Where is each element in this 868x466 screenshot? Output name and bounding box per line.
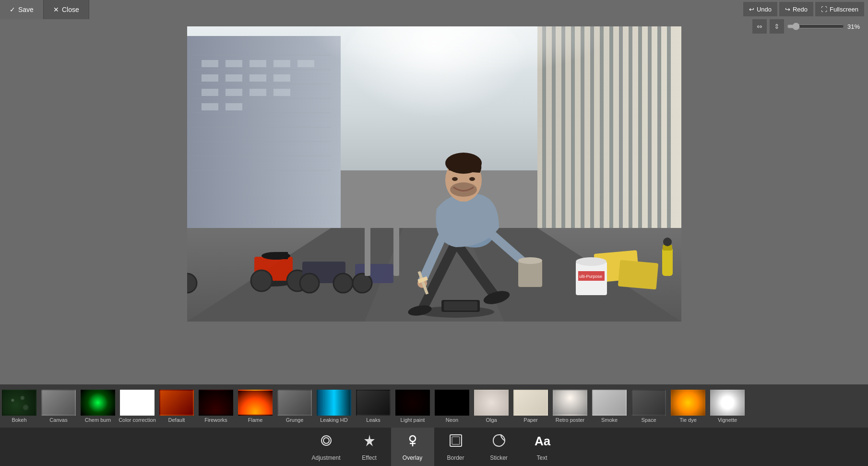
- tool-icon-adjustment: [319, 433, 334, 452]
- zoom-slider[interactable]: [787, 23, 844, 30]
- effect-thumb-bokeh: [2, 390, 36, 416]
- tools-row: AdjustmentEffectOverlayBorderStickerAaTe…: [0, 428, 868, 466]
- redo-label: Redo: [793, 6, 808, 13]
- effect-thumb-smoke: [592, 390, 627, 416]
- close-icon: ✕: [53, 6, 59, 13]
- tool-label-sticker: Sticker: [490, 454, 508, 461]
- tool-icon-text: Aa: [534, 433, 551, 452]
- effect-item-neon[interactable]: Neon: [433, 388, 471, 425]
- effect-item-fireworks[interactable]: Fireworks: [197, 388, 235, 425]
- tool-item-effect[interactable]: Effect: [348, 428, 391, 466]
- right-toolbar: ↩ Undo ↪ Redo ⛶ Fullscreen ⇔ ⇕ 31%: [739, 0, 868, 34]
- effect-item-flame[interactable]: Flame: [236, 388, 274, 425]
- photo-image: ulti-Purpose: [187, 26, 681, 322]
- photo-canvas: ulti-Purpose: [187, 26, 681, 322]
- fullscreen-label: Fullscreen: [830, 6, 858, 13]
- tool-label-overlay: Overlay: [403, 454, 422, 461]
- svg-rect-81: [618, 260, 658, 290]
- svg-rect-97: [452, 437, 460, 444]
- effect-item-grunge[interactable]: Grunge: [275, 388, 314, 425]
- effect-label-leakingHD: Leaking HD: [320, 417, 347, 423]
- effect-label-fireworks: Fireworks: [204, 417, 227, 423]
- save-button[interactable]: ✓ Save: [0, 0, 44, 19]
- svg-point-47: [251, 270, 272, 291]
- svg-rect-89: [187, 26, 681, 170]
- effect-item-canvas[interactable]: Canvas: [39, 388, 78, 425]
- effect-label-smoke: Smoke: [601, 417, 618, 423]
- effect-thumb-fireworks: [199, 390, 233, 416]
- fullscreen-button[interactable]: ⛶ Fullscreen: [815, 2, 864, 16]
- tool-item-adjustment[interactable]: Adjustment: [305, 428, 348, 466]
- effect-thumb-olga: [474, 390, 509, 416]
- effect-label-bokeh: Bokeh: [12, 417, 26, 423]
- tool-icon-sticker: [491, 433, 507, 452]
- effect-label-neon: Neon: [446, 417, 458, 423]
- effect-label-paper: Paper: [523, 417, 537, 423]
- tool-item-text[interactable]: AaText: [521, 428, 564, 466]
- top-toolbar: ✓ Save ✕ Close: [0, 0, 868, 19]
- effect-item-lightpaint[interactable]: Light paint: [393, 388, 432, 425]
- effect-item-retroposter[interactable]: Retro poster: [551, 388, 589, 425]
- effect-thumb-tiedye: [671, 390, 705, 416]
- effect-item-olga[interactable]: Olga: [472, 388, 511, 425]
- svg-marker-92: [364, 435, 375, 446]
- tool-icon-effect: [362, 433, 377, 452]
- svg-rect-84: [663, 238, 672, 246]
- tool-item-sticker[interactable]: Sticker: [477, 428, 521, 466]
- effect-thumb-chemburn: [81, 390, 115, 416]
- effect-thumb-leaks: [356, 390, 391, 416]
- effect-label-colorcorrect: Color correction: [119, 417, 156, 423]
- effect-item-smoke[interactable]: Smoke: [590, 388, 629, 425]
- effect-thumb-leakingHD: [317, 390, 351, 416]
- effect-thumb-retroposter: [553, 390, 587, 416]
- fit-width-button[interactable]: ⇔: [752, 19, 767, 34]
- right-toolbar-top: ↩ Undo ↪ Redo ⛶ Fullscreen: [743, 2, 864, 16]
- effect-thumb-space: [631, 390, 666, 416]
- tool-icon-border: [448, 433, 464, 452]
- redo-icon: ↪: [785, 6, 790, 13]
- effect-label-space: Space: [641, 417, 656, 423]
- fit-width-icon: ⇔: [757, 23, 762, 30]
- undo-button[interactable]: ↩ Undo: [743, 2, 777, 16]
- effect-item-leaks[interactable]: Leaks: [354, 388, 392, 425]
- tool-label-adjustment: Adjustment: [311, 454, 340, 461]
- zoom-slider-container: 31%: [787, 23, 864, 30]
- effect-label-default: Default: [168, 417, 185, 423]
- effect-label-grunge: Grunge: [286, 417, 304, 423]
- tool-label-text: Text: [536, 454, 547, 461]
- tool-item-border[interactable]: Border: [434, 428, 477, 466]
- effects-row: BokehCanvasChem burnColor correctionDefa…: [0, 384, 868, 428]
- close-label: Close: [62, 6, 79, 13]
- effect-label-lightpaint: Light paint: [401, 417, 425, 423]
- effect-item-paper[interactable]: Paper: [511, 388, 550, 425]
- fit-height-button[interactable]: ⇕: [770, 19, 784, 34]
- effect-thumb-default: [159, 390, 194, 416]
- tool-label-effect: Effect: [362, 454, 376, 461]
- undo-label: Undo: [757, 6, 772, 13]
- effect-item-default[interactable]: Default: [157, 388, 196, 425]
- effect-label-chemburn: Chem burn: [85, 417, 111, 423]
- effect-item-chemburn[interactable]: Chem burn: [79, 388, 117, 425]
- close-button[interactable]: ✕ Close: [44, 0, 89, 19]
- effect-item-space[interactable]: Space: [630, 388, 668, 425]
- svg-rect-70: [518, 261, 542, 287]
- svg-point-93: [410, 436, 416, 442]
- tool-icon-overlay: [405, 433, 420, 452]
- effect-label-leaks: Leaks: [366, 417, 380, 423]
- tool-item-overlay[interactable]: Overlay: [391, 428, 434, 466]
- undo-icon: ↩: [749, 6, 754, 13]
- effect-label-retroposter: Retro poster: [556, 417, 585, 423]
- canvas-area: ulti-Purpose: [187, 26, 681, 322]
- effect-item-bokeh[interactable]: Bokeh: [0, 388, 38, 425]
- effect-item-leakingHD[interactable]: Leaking HD: [315, 388, 353, 425]
- redo-button[interactable]: ↪ Redo: [779, 2, 813, 16]
- save-label: Save: [18, 6, 34, 13]
- effect-thumb-canvas: [41, 390, 76, 416]
- effect-thumb-lightpaint: [395, 390, 430, 416]
- effect-item-tiedye[interactable]: Tie dye: [669, 388, 707, 425]
- effect-item-colorcorrect[interactable]: Color correction: [118, 388, 156, 425]
- svg-point-52: [300, 274, 319, 293]
- effect-thumb-colorcorrect: [120, 390, 155, 416]
- svg-point-75: [452, 177, 458, 181]
- effect-item-vignette[interactable]: Vignette: [708, 388, 747, 425]
